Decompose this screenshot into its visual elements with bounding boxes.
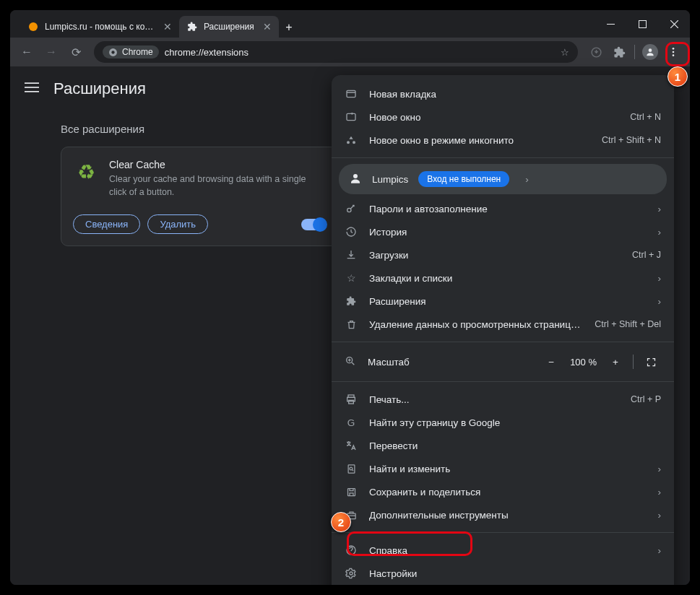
bookmark-star-icon[interactable]: ☆ <box>561 47 569 58</box>
signin-badge: Вход не выполнен <box>418 171 509 187</box>
menu-separator <box>332 381 674 382</box>
menu-save-share[interactable]: Сохранить и поделиться › <box>332 480 674 503</box>
person-icon <box>349 172 362 187</box>
menu-passwords[interactable]: Пароли и автозаполнение › <box>332 197 674 220</box>
print-icon <box>345 394 358 405</box>
svg-rect-13 <box>347 113 355 120</box>
menu-print[interactable]: Печать... Ctrl + P <box>332 388 674 411</box>
svg-rect-12 <box>347 90 355 97</box>
titlebar: Lumpics.ru - помощь с компь ✕ Расширения… <box>10 10 690 38</box>
menu-label: Найти эту страницу в Google <box>369 417 661 428</box>
page-title: Расширения <box>53 79 146 98</box>
menu-label: Загрузки <box>369 250 621 261</box>
svg-point-6 <box>673 48 675 50</box>
extensions-icon[interactable] <box>608 41 630 63</box>
menu-bookmarks[interactable]: ☆ Закладки и списки › <box>332 266 674 290</box>
trash-icon <box>345 319 358 330</box>
svg-point-25 <box>350 572 353 575</box>
svg-point-3 <box>111 51 114 53</box>
forward-button[interactable]: → <box>40 41 62 63</box>
install-icon[interactable] <box>585 41 607 63</box>
svg-rect-20 <box>348 464 355 472</box>
shortcut: Ctrl + N <box>630 112 661 122</box>
remove-button[interactable]: Удалить <box>147 214 208 234</box>
divider <box>633 355 634 369</box>
chevron-right-icon: › <box>658 296 662 307</box>
maximize-button[interactable] <box>626 10 658 38</box>
profile-icon[interactable] <box>639 41 661 63</box>
menu-label: История <box>369 227 647 238</box>
chevron-right-icon: › <box>658 510 662 521</box>
window-icon <box>345 111 358 123</box>
menu-separator <box>332 157 674 158</box>
tab-label: Расширения <box>204 22 254 32</box>
puzzle-icon <box>345 296 358 306</box>
menu-more-tools[interactable]: Дополнительные инструменты › <box>332 503 674 526</box>
svg-point-15 <box>347 208 351 212</box>
svg-rect-10 <box>25 87 39 88</box>
address-bar[interactable]: Chrome chrome://extensions ☆ <box>94 41 578 63</box>
chrome-chip-label: Chrome <box>122 47 153 57</box>
svg-rect-11 <box>25 91 39 92</box>
svg-rect-22 <box>347 488 355 495</box>
menu-label: Справка <box>369 545 647 556</box>
menu-incognito[interactable]: Новое окно в режиме инкогнито Ctrl + Shi… <box>332 129 674 152</box>
chrome-menu: Новая вкладка Новое окно Ctrl + N Новое … <box>332 75 674 585</box>
zoom-in-button[interactable]: + <box>605 352 626 372</box>
shortcut: Ctrl + Shift + N <box>602 135 661 145</box>
menu-new-tab[interactable]: Новая вкладка <box>332 82 674 105</box>
menu-zoom: Масштаб − 100 % + <box>332 348 674 375</box>
gear-icon <box>345 568 358 579</box>
menu-find-edit[interactable]: Найти и изменить › <box>332 457 674 480</box>
zoom-out-button[interactable]: − <box>541 352 561 372</box>
tab-extensions[interactable]: Расширения ✕ <box>179 16 279 38</box>
chevron-right-icon: › <box>658 204 662 214</box>
menu-profile[interactable]: Lumpics Вход не выполнен › <box>339 164 667 194</box>
profile-name: Lumpics <box>372 174 408 185</box>
incognito-icon <box>345 134 358 146</box>
minimize-button[interactable] <box>595 10 626 38</box>
menu-button[interactable] <box>662 41 684 63</box>
fullscreen-button[interactable] <box>641 352 661 372</box>
menu-label: Перевести <box>369 440 661 451</box>
svg-rect-1 <box>639 20 646 27</box>
close-icon[interactable]: ✕ <box>160 21 172 32</box>
download-icon <box>345 249 358 261</box>
close-button[interactable] <box>658 10 690 38</box>
enable-toggle[interactable] <box>301 219 326 230</box>
menu-label: Закладки и списки <box>369 273 647 284</box>
menu-help[interactable]: Справка › <box>332 539 674 562</box>
close-icon[interactable]: ✕ <box>260 21 272 32</box>
menu-label: Масштаб <box>368 357 410 368</box>
key-icon <box>345 203 358 214</box>
favicon-lumpics <box>27 21 39 32</box>
details-button[interactable]: Сведения <box>73 214 140 234</box>
menu-google-search[interactable]: G Найти эту страницу в Google <box>332 411 674 434</box>
menu-translate[interactable]: Перевести <box>332 434 674 457</box>
extension-name: Clear Cache <box>109 159 326 170</box>
menu-settings[interactable]: Настройки <box>332 562 674 585</box>
menu-history[interactable]: История › <box>332 220 674 243</box>
puzzle-icon <box>186 21 198 32</box>
menu-clear-data[interactable]: Удаление данных о просмотренных страница… <box>332 313 674 336</box>
svg-point-5 <box>649 48 652 52</box>
reload-button[interactable]: ⟳ <box>65 41 87 63</box>
svg-rect-0 <box>607 24 615 25</box>
tab-lumpics[interactable]: Lumpics.ru - помощь с компь ✕ <box>20 16 179 38</box>
new-tab-button[interactable]: + <box>279 17 299 38</box>
search-doc-icon <box>345 464 358 474</box>
menu-new-window[interactable]: Новое окно Ctrl + N <box>332 105 674 129</box>
back-button[interactable]: ← <box>16 41 38 63</box>
menu-label: Дополнительные инструменты <box>369 510 647 521</box>
zoom-value: 100 % <box>566 357 601 368</box>
tab-strip: Lumpics.ru - помощь с компь ✕ Расширения… <box>10 10 595 38</box>
menu-extensions[interactable]: Расширения › <box>332 290 674 313</box>
menu-label: Новое окно <box>369 112 618 123</box>
chevron-right-icon: › <box>658 227 662 238</box>
extension-description: Clear your cache and browsing data with … <box>109 173 326 199</box>
history-icon <box>345 226 358 238</box>
chevron-right-icon: › <box>658 487 662 498</box>
hamburger-icon[interactable] <box>25 80 39 97</box>
zoom-icon <box>345 355 356 369</box>
menu-downloads[interactable]: Загрузки Ctrl + J <box>332 243 674 266</box>
